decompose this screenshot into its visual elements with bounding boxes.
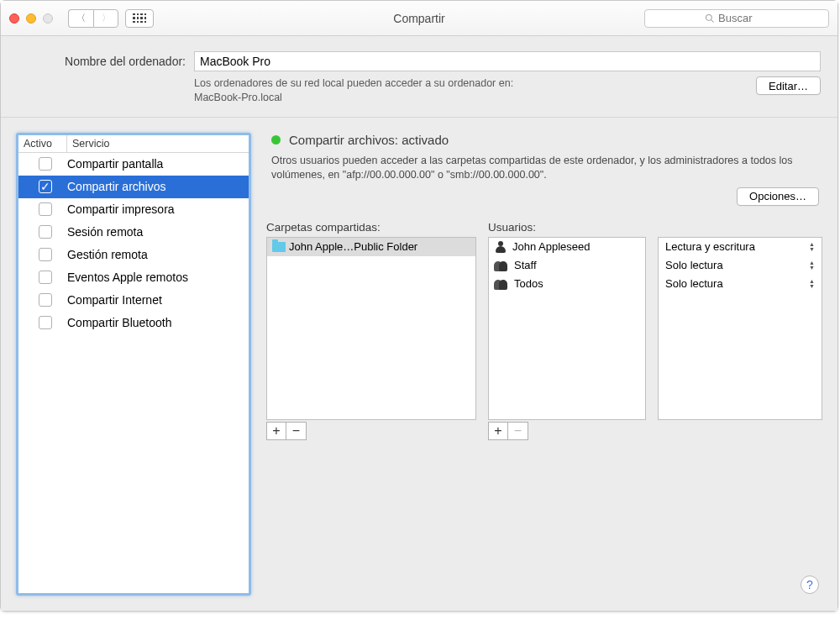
folder-row[interactable]: John Apple…Public Folder <box>267 238 475 256</box>
service-label: Compartir impresora <box>67 202 175 216</box>
service-row[interactable]: Compartir pantalla <box>18 153 249 176</box>
service-label: Gestión remota <box>67 248 148 261</box>
permissions-column: Lectura y escritura▲▼Solo lectura▲▼Solo … <box>658 221 822 596</box>
chevron-left-icon: 〈 <box>76 12 86 24</box>
service-checkbox[interactable] <box>39 316 52 329</box>
permissions-list[interactable]: Lectura y escritura▲▼Solo lectura▲▼Solo … <box>658 237 822 420</box>
permission-label: Solo lectura <box>665 277 723 290</box>
service-row[interactable]: ✓Compartir archivos <box>18 176 249 198</box>
sharing-preferences-window: 〈 〉 Compartir Nombre del ordenador: Los … <box>0 0 838 612</box>
service-label: Eventos Apple remotos <box>67 271 188 284</box>
remove-folder-button[interactable]: − <box>286 422 307 440</box>
service-checkbox[interactable] <box>39 271 52 284</box>
user-name: John Appleseed <box>512 240 591 253</box>
user-row[interactable]: Todos <box>489 275 645 293</box>
edit-button[interactable]: Editar… <box>756 76 821 95</box>
service-label: Compartir Internet <box>67 293 162 307</box>
service-checkbox[interactable] <box>39 248 52 261</box>
computer-name-label: Nombre del ordenador: <box>18 55 186 68</box>
add-user-button[interactable]: + <box>488 422 508 440</box>
folder-icon <box>272 242 286 252</box>
computer-name-subtext: Los ordenadores de su red local pueden a… <box>194 76 756 105</box>
service-checkbox[interactable] <box>39 157 52 171</box>
help-button[interactable]: ? <box>801 575 819 594</box>
service-row[interactable]: Compartir impresora <box>18 198 249 221</box>
service-checkbox[interactable] <box>39 225 52 239</box>
shared-folders-list[interactable]: John Apple…Public Folder <box>266 237 476 420</box>
add-folder-button[interactable]: + <box>266 422 286 440</box>
service-row[interactable]: Eventos Apple remotos <box>18 266 249 289</box>
maximize-button <box>43 13 53 24</box>
service-checkbox[interactable]: ✓ <box>39 180 52 193</box>
service-row[interactable]: Sesión remota <box>18 221 249 244</box>
permission-stepper-icon[interactable]: ▲▼ <box>809 242 815 252</box>
search-input[interactable] <box>718 12 769 24</box>
user-name: Todos <box>514 277 543 290</box>
computer-name-input[interactable] <box>194 51 821 71</box>
service-row[interactable]: Gestión remota <box>18 244 249 266</box>
service-label: Compartir Bluetooth <box>67 316 172 329</box>
services-list[interactable]: Activo Servicio Compartir pantalla✓Compa… <box>16 133 251 596</box>
group-icon <box>494 278 509 290</box>
folder-name: John Apple…Public Folder <box>289 240 417 253</box>
main-section: Activo Servicio Compartir pantalla✓Compa… <box>1 118 837 611</box>
window-controls <box>9 13 53 24</box>
back-button[interactable]: 〈 <box>68 9 93 28</box>
column-active[interactable]: Activo <box>18 135 67 152</box>
services-header: Activo Servicio <box>18 135 249 153</box>
permission-row[interactable]: Lectura y escritura▲▼ <box>659 238 822 256</box>
svg-line-1 <box>711 19 714 22</box>
service-row[interactable]: Compartir Bluetooth <box>18 312 249 334</box>
user-name: Staff <box>514 259 537 271</box>
service-detail-pane: Compartir archivos: activado Otros usuar… <box>266 133 822 596</box>
service-label: Sesión remota <box>67 225 143 239</box>
permission-row[interactable]: Solo lectura▲▼ <box>659 275 822 293</box>
search-icon <box>705 13 715 24</box>
titlebar: 〈 〉 Compartir <box>1 1 837 36</box>
users-label: Usuarios: <box>488 221 646 234</box>
service-checkbox[interactable] <box>39 293 52 307</box>
options-button[interactable]: Opciones… <box>737 187 819 206</box>
minimize-button[interactable] <box>26 13 36 24</box>
grid-icon <box>133 13 146 24</box>
permission-row[interactable]: Solo lectura▲▼ <box>659 256 822 275</box>
service-checkbox[interactable] <box>39 202 52 216</box>
column-service[interactable]: Servicio <box>67 135 249 152</box>
nav-buttons: 〈 〉 <box>68 9 118 28</box>
svg-point-0 <box>706 14 712 20</box>
computer-name-section: Nombre del ordenador: Los ordenadores de… <box>1 36 837 118</box>
status-indicator-icon <box>271 135 281 144</box>
user-row[interactable]: Staff <box>489 256 645 275</box>
show-all-button[interactable] <box>125 9 154 28</box>
forward-button: 〉 <box>93 9 118 28</box>
search-field[interactable] <box>644 9 829 28</box>
shared-folders-column: Carpetas compartidas: John Apple…Public … <box>266 221 476 596</box>
service-label: Compartir pantalla <box>67 157 163 171</box>
remove-user-button: − <box>508 422 528 440</box>
permission-label: Lectura y escritura <box>665 240 755 253</box>
status-description: Otros usuarios pueden acceder a las carp… <box>271 154 822 182</box>
permission-label: Solo lectura <box>665 259 723 271</box>
close-button[interactable] <box>9 13 19 24</box>
shared-folders-label: Carpetas compartidas: <box>266 221 476 234</box>
status-title: Compartir archivos: activado <box>289 133 449 147</box>
service-label: Compartir archivos <box>67 180 165 193</box>
users-column: Usuarios: John AppleseedStaffTodos + − <box>488 221 646 596</box>
permission-stepper-icon[interactable]: ▲▼ <box>809 279 815 289</box>
service-row[interactable]: Compartir Internet <box>18 289 249 312</box>
group-icon <box>494 260 509 271</box>
user-row[interactable]: John Appleseed <box>489 238 645 256</box>
chevron-right-icon: 〉 <box>102 12 111 24</box>
permission-stepper-icon[interactable]: ▲▼ <box>809 260 815 271</box>
user-icon <box>494 241 507 253</box>
users-list[interactable]: John AppleseedStaffTodos <box>488 237 646 420</box>
